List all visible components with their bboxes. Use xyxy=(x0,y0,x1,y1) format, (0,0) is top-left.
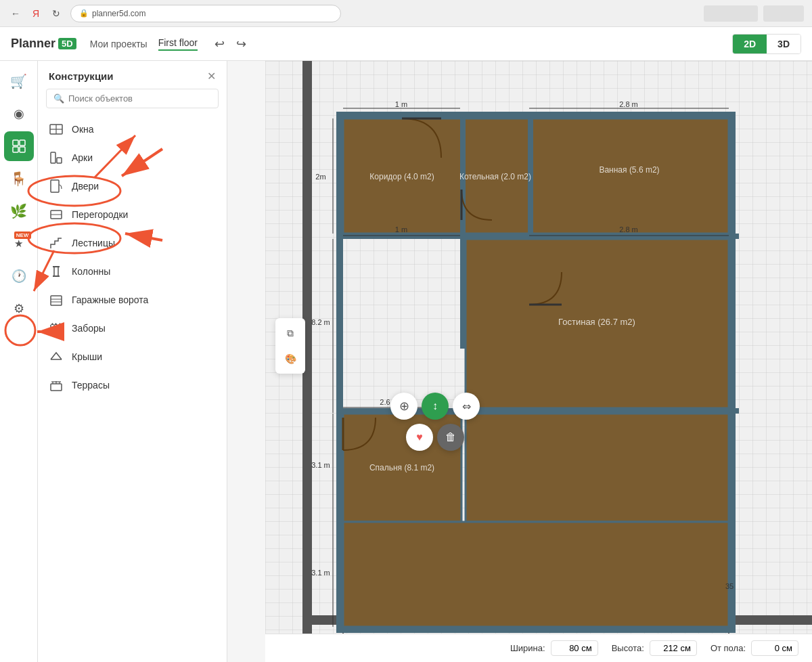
width-input[interactable] xyxy=(551,640,598,656)
svg-rect-13 xyxy=(53,266,60,267)
svg-rect-9 xyxy=(51,180,59,192)
svg-text:1 m: 1 m xyxy=(395,225,407,234)
height-input[interactable] xyxy=(650,640,697,656)
fence-icon xyxy=(49,321,64,336)
panel-item-columns[interactable]: Колонны xyxy=(38,257,227,286)
width-field: Ширина: xyxy=(510,640,598,656)
my-projects-link[interactable]: Мои проекты xyxy=(90,39,148,49)
2d-view-button[interactable]: 2D xyxy=(733,35,767,53)
favorite-button[interactable]: ♥ xyxy=(406,424,433,451)
svg-text:3.1 m: 3.1 m xyxy=(311,569,330,577)
partitions-label: Перегородки xyxy=(72,209,128,220)
svg-marker-26 xyxy=(58,323,62,325)
panel-item-roofs[interactable]: Крыши xyxy=(38,343,227,371)
flip-v-button[interactable]: ↕ xyxy=(422,393,449,420)
status-bar: Ширина: Высота: От пола: xyxy=(265,634,812,662)
canvas-area[interactable]: Коридор (4.0 m2) Котельная (2.0 m2) Ванн… xyxy=(265,61,812,662)
panel-item-windows[interactable]: Окна xyxy=(38,115,227,144)
svg-rect-15 xyxy=(51,296,62,305)
sidebar-item-settings[interactable]: ⚙ xyxy=(4,294,34,324)
undo-button[interactable]: ↩ xyxy=(208,33,230,55)
search-input[interactable] xyxy=(68,93,211,104)
svg-rect-1 xyxy=(20,140,25,146)
panel-item-stairs[interactable]: Лестницы xyxy=(38,229,227,257)
sidebar-item-shop[interactable]: 🛒 xyxy=(4,66,34,96)
panel-item-garage[interactable]: Гаражные ворота xyxy=(38,286,227,314)
redo-button[interactable]: ↪ xyxy=(230,33,252,55)
svg-text:1 m: 1 m xyxy=(395,102,407,108)
browser-back[interactable]: ← xyxy=(8,6,23,21)
svg-text:Спальня (8.1 m2): Спальня (8.1 m2) xyxy=(369,463,434,472)
panel-item-terraces[interactable]: Террасы xyxy=(38,371,227,399)
garage-icon xyxy=(49,292,64,307)
construction-icon xyxy=(12,139,26,154)
svg-text:Коридор (4.0 m2): Коридор (4.0 m2) xyxy=(369,172,434,181)
windows-label: Окна xyxy=(72,124,94,135)
fab-row-2: ♥ 🗑 xyxy=(406,424,480,451)
panel-item-arches[interactable]: Арки xyxy=(38,144,227,172)
paint-tool[interactable]: 🎨 xyxy=(278,347,302,371)
browser-nav: ← Я ↻ xyxy=(8,6,64,21)
svg-rect-8 xyxy=(57,158,62,163)
search-icon: 🔍 xyxy=(53,93,64,104)
columns-label: Колонны xyxy=(72,266,110,277)
panel-close-button[interactable]: ✕ xyxy=(207,71,216,82)
view-toggle: 2D 3D xyxy=(732,34,801,54)
sidebar-item-construction[interactable] xyxy=(4,131,34,161)
svg-text:35: 35 xyxy=(725,582,734,590)
column-icon xyxy=(49,264,64,279)
fences-label: Заборы xyxy=(72,323,106,334)
flip-h-button[interactable]: ⇔ xyxy=(453,393,480,420)
svg-text:Котельная (2.0 m2): Котельная (2.0 m2) xyxy=(459,172,531,181)
copy-tool[interactable]: ⧉ xyxy=(278,321,302,345)
profile-area[interactable] xyxy=(704,5,758,22)
account-area[interactable] xyxy=(763,5,804,22)
window-icon xyxy=(49,122,64,137)
left-tools: ⧉ 🎨 xyxy=(275,318,305,374)
svg-rect-3 xyxy=(20,147,25,152)
svg-marker-24 xyxy=(51,323,54,325)
door-icon xyxy=(49,179,64,194)
svg-text:2.6: 2.6 xyxy=(380,398,390,406)
svg-text:2.8 m: 2.8 m xyxy=(619,225,638,234)
svg-rect-14 xyxy=(53,275,60,277)
browser-logo: Я xyxy=(28,6,43,21)
svg-text:Ванная (5.6 m2): Ванная (5.6 m2) xyxy=(599,165,659,175)
sidebar-item-plants[interactable]: 🌿 xyxy=(4,196,34,226)
svg-text:2.8 m: 2.8 m xyxy=(619,102,638,108)
sidebar-item-3dview[interactable]: ◉ xyxy=(4,99,34,129)
logo-5d: 5D xyxy=(58,38,76,49)
arch-icon xyxy=(49,150,64,165)
panel-item-doors[interactable]: Двери xyxy=(38,172,227,200)
address-bar[interactable]: 🔒 planner5d.com xyxy=(70,5,341,22)
garage-label: Гаражные ворота xyxy=(72,294,148,305)
svg-text:3.1 m: 3.1 m xyxy=(311,461,330,469)
svg-rect-40 xyxy=(343,522,729,627)
svg-rect-28 xyxy=(51,384,62,391)
move-button[interactable]: ⊕ xyxy=(390,393,418,420)
svg-marker-25 xyxy=(54,323,58,325)
svg-rect-32 xyxy=(529,118,729,234)
floor-tab[interactable]: First floor xyxy=(158,37,198,51)
panel-item-fences[interactable]: Заборы xyxy=(38,314,227,343)
svg-text:2m: 2m xyxy=(315,173,325,181)
panel-header: Конструкции ✕ xyxy=(38,61,227,89)
width-label: Ширина: xyxy=(510,643,545,653)
svg-rect-39 xyxy=(466,414,729,522)
delete-button[interactable]: 🗑 xyxy=(437,424,464,451)
roofs-label: Крыши xyxy=(72,351,102,362)
svg-text:Гостиная (26.7 m2): Гостиная (26.7 m2) xyxy=(558,317,635,327)
sidebar-item-new[interactable]: ★ NEW xyxy=(4,229,34,259)
sidebar-item-history[interactable]: 🕐 xyxy=(4,261,34,291)
sidebar-item-furniture[interactable]: 🪑 xyxy=(4,164,34,194)
svg-text:8.2 m: 8.2 m xyxy=(311,318,330,326)
svg-rect-7 xyxy=(51,152,55,163)
panel-item-partitions[interactable]: Перегородки xyxy=(38,200,227,229)
search-box[interactable]: 🔍 xyxy=(46,89,219,108)
partition-icon xyxy=(49,207,64,222)
browser-refresh[interactable]: ↻ xyxy=(49,6,64,21)
svg-rect-0 xyxy=(13,140,18,146)
3d-view-button[interactable]: 3D xyxy=(767,35,800,53)
doors-label: Двери xyxy=(72,181,99,192)
floor-input[interactable] xyxy=(751,640,798,656)
